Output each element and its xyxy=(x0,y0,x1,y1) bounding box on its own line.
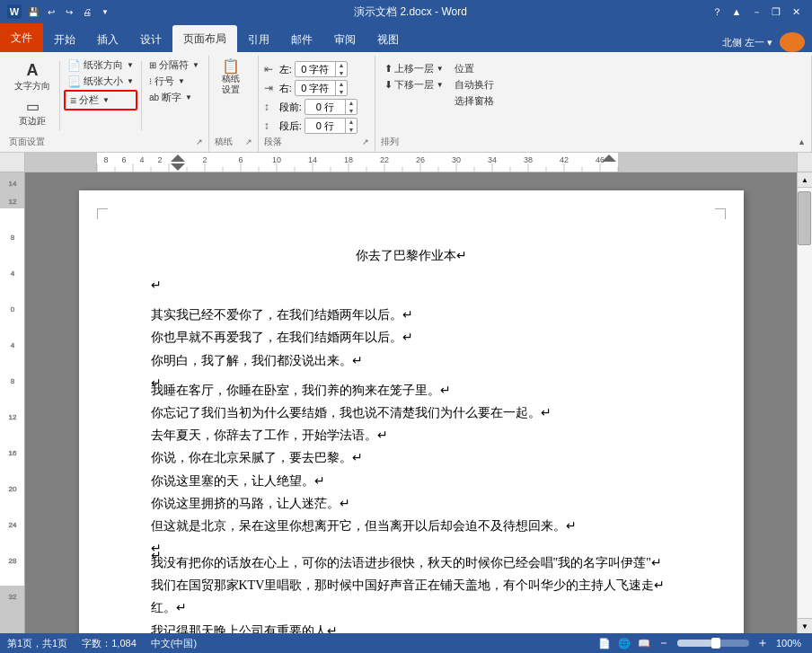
zoom-thumb[interactable] xyxy=(711,638,720,649)
horizontal-ruler: 8 6 4 2 2 6 10 14 18 22 26 30 34 38 42 4… xyxy=(25,153,797,172)
tab-ref[interactable]: 引用 xyxy=(237,27,280,52)
title-bar-left: W 💾 ↩ ↪ 🖨 ▼ xyxy=(7,4,113,20)
linenumbers-button[interactable]: ⁝ 行号 ▼ xyxy=(146,74,203,89)
tab-view[interactable]: 视图 xyxy=(366,27,410,52)
spacing-after-spinner[interactable]: 0 行 ▲ ▼ xyxy=(304,118,357,134)
indent-right-spinner[interactable]: 0 字符 ▲ ▼ xyxy=(295,80,348,96)
svg-text:20: 20 xyxy=(9,485,17,493)
tab-review[interactable]: 审阅 xyxy=(323,27,366,52)
spacing-before-label: 段前: xyxy=(279,101,302,114)
para-11: 我没有把你的话放在心上，可你的法语进步很快，秋天的时候你已经会唱"我的名字叫伊莲… xyxy=(151,552,672,574)
scroll-thumb[interactable] xyxy=(798,191,811,245)
minimize-button[interactable]: － xyxy=(747,4,765,20)
indent-right-up[interactable]: ▲ xyxy=(336,80,347,88)
help-button[interactable]: ？ xyxy=(708,4,726,20)
text-direction-button[interactable]: A 文字方向 xyxy=(9,57,56,96)
svg-text:8: 8 xyxy=(11,234,15,242)
wrap-text-button[interactable]: 自动换行 xyxy=(451,77,498,93)
arrange-expand[interactable]: ▲ xyxy=(798,137,806,146)
bring-forward-button[interactable]: ⬆ 上移一层 ▼ xyxy=(381,61,447,76)
page-sub-buttons2: ⊞ 分隔符 ▼ ⁝ 行号 ▼ ab 断字 ▼ xyxy=(146,57,203,105)
zoom-fill xyxy=(677,640,713,647)
paragraph-expand[interactable]: ↗ xyxy=(362,137,369,146)
content-area: 14 12 8 4 0 4 8 12 16 20 24 28 32 xyxy=(0,172,812,633)
indent-right-down[interactable]: ▼ xyxy=(336,88,347,96)
indent-left-value[interactable]: 0 字符 xyxy=(296,63,335,76)
ruler-scrollbar-spacer xyxy=(797,153,812,172)
document-scroll-area[interactable]: 你去了巴黎作业本↵ ↵ 其实我已经不爱你了，在我们结婚两年以后。↵ 你也早就不再… xyxy=(25,172,797,633)
svg-text:6: 6 xyxy=(121,155,126,164)
page-info: 第1页，共1页 xyxy=(7,637,67,650)
customize-icon[interactable]: ▼ xyxy=(97,4,113,20)
spacing-after-down[interactable]: ▼ xyxy=(346,126,357,134)
tab-mail[interactable]: 邮件 xyxy=(280,27,323,52)
spacing-after-up[interactable]: ▲ xyxy=(346,118,357,126)
send-backward-button[interactable]: ⬇ 下移一层 ▼ xyxy=(381,77,447,93)
indent-right-arrows: ▲ ▼ xyxy=(335,80,347,96)
svg-text:28: 28 xyxy=(9,557,17,565)
svg-text:34: 34 xyxy=(488,155,497,164)
spacing-after-label: 段后: xyxy=(279,119,302,133)
restore-button[interactable]: ❒ xyxy=(767,4,785,20)
indent-left-down[interactable]: ▼ xyxy=(336,69,347,77)
svg-rect-1 xyxy=(97,153,618,172)
orientation-button[interactable]: 📄 纸张方向 ▼ xyxy=(64,57,137,73)
close-button[interactable]: ✕ xyxy=(787,4,805,20)
margins-button[interactable]: ▭ 页边距 xyxy=(13,96,51,129)
scroll-track[interactable] xyxy=(798,188,812,618)
spacing-before-up[interactable]: ▲ xyxy=(346,99,357,107)
para-3: 你明白，我了解，我们都没说出来。↵ xyxy=(151,349,672,372)
tab-layout[interactable]: 页面布局 xyxy=(172,25,237,52)
size-button[interactable]: 📃 纸张大小 ▼ xyxy=(64,74,137,89)
scroll-up-button[interactable]: ▲ xyxy=(798,172,812,188)
view-read-icon[interactable]: 📖 xyxy=(638,638,650,649)
arrange-group-label: 排列 xyxy=(381,134,399,150)
ribbon-toggle-button[interactable]: ▲ xyxy=(728,4,746,20)
breaks-button[interactable]: ⊞ 分隔符 ▼ xyxy=(146,57,203,73)
spacing-before-down[interactable]: ▼ xyxy=(346,107,357,115)
svg-text:10: 10 xyxy=(272,155,281,164)
vertical-scrollbar[interactable]: ▲ ▼ xyxy=(797,172,812,633)
draft-settings-button[interactable]: 📋 稿纸设置 xyxy=(215,57,247,97)
tab-file[interactable]: 文件 xyxy=(0,23,43,52)
indent-right-value[interactable]: 0 字符 xyxy=(296,82,335,95)
spacing-before-spinner[interactable]: 0 行 ▲ ▼ xyxy=(304,99,357,115)
svg-rect-49 xyxy=(0,208,25,586)
page-setup-expand[interactable]: ↗ xyxy=(196,137,203,146)
zoom-level[interactable]: 100% xyxy=(776,638,805,649)
tab-design[interactable]: 设计 xyxy=(129,27,172,52)
svg-text:14: 14 xyxy=(9,180,17,188)
position-button[interactable]: 位置 xyxy=(451,61,498,76)
save-icon[interactable]: 💾 xyxy=(25,4,41,20)
linenumbers-icon: ⁝ xyxy=(149,76,152,86)
columns-button[interactable]: ≡ 分栏 ▼ xyxy=(66,93,135,108)
indent-left-spinner[interactable]: 0 字符 ▲ ▼ xyxy=(295,61,348,77)
zoom-slider[interactable] xyxy=(677,640,749,647)
wrap-text-label: 自动换行 xyxy=(455,78,494,92)
zoom-out-button[interactable]: － xyxy=(658,635,670,651)
para-1: 其实我已经不爱你了，在我们结婚两年以后。↵ xyxy=(151,304,672,326)
print-preview-icon[interactable]: 🖨 xyxy=(79,4,95,20)
view-print-icon[interactable]: 📄 xyxy=(598,638,611,649)
selection-pane-button[interactable]: 选择窗格 xyxy=(451,93,498,109)
zoom-in-button[interactable]: ＋ xyxy=(756,635,769,651)
redo-icon[interactable]: ↪ xyxy=(61,4,77,20)
hyphenation-button[interactable]: ab 断字 ▼ xyxy=(146,90,203,105)
draft-expand[interactable]: ↗ xyxy=(245,137,252,146)
tab-insert[interactable]: 插入 xyxy=(86,27,129,52)
spacing-after-value[interactable]: 0 行 xyxy=(305,119,345,133)
document-title: 演示文档 2.docx - Word xyxy=(113,4,708,20)
user-avatar[interactable] xyxy=(780,32,805,52)
spacing-before-value[interactable]: 0 行 xyxy=(305,101,345,114)
para-8: 你说这里塞的天，让人绝望。↵ xyxy=(151,470,672,492)
view-web-icon[interactable]: 🌐 xyxy=(618,638,631,649)
indent-left-up[interactable]: ▲ xyxy=(336,61,347,69)
scroll-down-button[interactable]: ▼ xyxy=(798,618,812,633)
text-direction-label: 文字方向 xyxy=(14,80,50,93)
ruler-corner xyxy=(0,153,25,172)
divider1 xyxy=(59,61,60,130)
arrange-row1: ⬆ 上移一层 ▼ ⬇ 下移一层 ▼ xyxy=(381,61,498,109)
tab-start[interactable]: 开始 xyxy=(43,27,86,52)
undo-icon[interactable]: ↩ xyxy=(43,4,59,20)
svg-text:0: 0 xyxy=(11,305,15,313)
